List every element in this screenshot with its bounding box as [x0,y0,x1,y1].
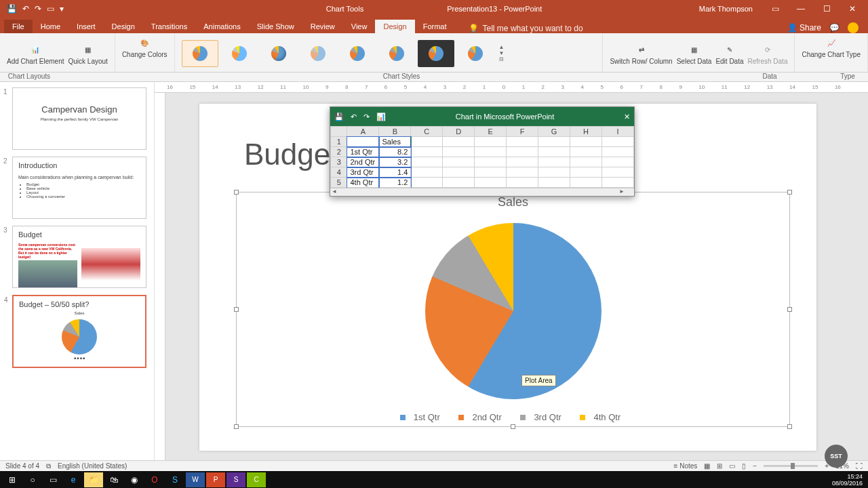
qat-more-icon[interactable]: ▾ [60,4,64,14]
slide-thumbnail-2[interactable]: 2 Introduction Main considerations when … [12,157,146,219]
change-chart-type-button[interactable]: 📈Change Chart Type [802,36,861,58]
tab-view[interactable]: View [343,20,376,33]
slide-thumbnail-3[interactable]: 3 Budget Some campervan conversions cost… [12,226,146,288]
tab-transitions[interactable]: Transitions [143,20,195,33]
tab-insert[interactable]: Insert [68,20,104,33]
ds-undo-icon[interactable]: ↶ [351,113,357,121]
feedback-icon[interactable] [848,22,859,33]
chart-style-8[interactable] [457,40,494,67]
zoom-slider[interactable] [764,465,818,467]
word-icon[interactable]: W [186,472,205,487]
notes-button[interactable]: ≡ Notes [674,462,698,470]
ribbon-options-icon[interactable]: ▭ [765,4,785,14]
store-icon[interactable]: 🛍 [104,472,123,487]
slide-thumbnail-4[interactable]: 4 Budget – 50/50 split? Sales ■ ■ ■ ■ [12,295,146,368]
start-button[interactable]: ⊞ [3,472,22,487]
task-view-icon[interactable]: ▭ [43,472,62,487]
app-icon-s[interactable]: S [226,472,245,487]
gallery-down-icon[interactable]: ▼ [499,50,505,56]
powerpoint-icon[interactable]: P [206,472,225,487]
slideshow-icon[interactable]: ▭ [47,4,54,14]
tab-design-main[interactable]: Design [104,20,143,33]
comments-icon[interactable]: 💬 [829,23,840,33]
watermark-sst: SST [825,445,848,468]
status-bar: Slide 4 of 4 ⧉ English (United States) ≡… [0,460,868,471]
group-label-data: Data [712,73,827,81]
change-colors-button[interactable]: 🎨Change Colors [122,36,167,58]
slide-thumbnails-panel: 1 Campervan Design Planning the perfect … [0,82,155,461]
view-reading-icon[interactable]: ▭ [729,462,735,470]
ds-redo-icon[interactable]: ↷ [363,113,370,121]
zoom-out-icon[interactable]: − [753,462,757,470]
switch-row-column-button[interactable]: ⇄Switch Row/ Column [610,43,672,65]
ds-chart-icon[interactable]: 📊 [376,113,386,121]
chart-legend[interactable]: 1st Qtr 2nd Qtr 3rd Qtr 4th Qtr [237,412,789,422]
minimize-button[interactable]: — [791,4,811,14]
group-label-styles: Chart Styles [91,73,712,81]
chart-style-6[interactable] [378,40,415,67]
group-label-type: Type [827,73,868,81]
share-button[interactable]: 👤 Share [787,23,821,33]
user-name[interactable]: Mark Thompson [699,5,753,13]
tab-chart-format[interactable]: Format [415,20,455,33]
app-icon-c[interactable]: C [247,472,266,487]
ds-close-icon[interactable]: ✕ [624,113,630,121]
group-label-layouts: Chart Layouts [0,73,58,81]
ds-window-title: Chart in Microsoft PowerPoint [393,113,617,121]
gallery-more-icon[interactable]: ⊟ [499,56,505,62]
chart-styles-gallery[interactable]: ▲ ▼ ⊟ [182,40,505,67]
tab-review[interactable]: Review [302,20,343,33]
chrome-icon[interactable]: ◉ [125,472,144,487]
cortana-icon[interactable]: ○ [23,472,42,487]
status-language[interactable]: English (United States) [58,462,127,470]
edge-icon[interactable]: e [64,472,83,487]
edit-data-button[interactable]: ✎Edit Data [715,43,743,65]
tab-chart-design[interactable]: Design [375,20,414,33]
file-explorer-icon[interactable]: 📁 [84,472,103,487]
fit-window-icon[interactable]: ⛶ [856,462,863,470]
chart-title[interactable]: Sales [237,195,789,209]
select-data-button[interactable]: ▦Select Data [677,43,712,65]
redo-icon[interactable]: ↷ [35,4,41,14]
skype-icon[interactable]: S [165,472,184,487]
pie-chart-plot[interactable] [425,223,601,399]
chart-style-5[interactable] [339,40,376,67]
view-normal-icon[interactable]: ▦ [704,462,710,470]
slide-canvas[interactable]: Budget – 50/50 split? Sales 1st Qtr 2nd … [199,104,816,451]
tab-home[interactable]: Home [33,20,68,33]
quick-layout-button[interactable]: ▦Quick Layout [68,43,108,65]
tell-me-search[interactable]: 💡 Tell me what you want to do [469,24,583,33]
horizontal-ruler: 1615141312111098765432101234567891011121… [155,82,868,93]
lightbulb-icon: 💡 [469,24,479,33]
chart-style-4[interactable] [300,40,336,67]
ribbon-content: 📊Add Chart Element ▦Quick Layout 🎨Change… [0,33,868,73]
tooltip-plot-area: Plot Area [521,375,556,386]
chart-style-2[interactable] [221,40,258,67]
opera-icon[interactable]: O [145,472,164,487]
chart-style-1[interactable] [182,40,218,67]
save-icon[interactable]: 💾 [7,4,17,14]
chart-data-window[interactable]: 💾 ↶ ↷ 📊 Chart in Microsoft PowerPoint ✕ … [330,106,635,197]
ds-grid[interactable]: ABCDEFGHI1Sales21st Qtr8.232nd Qtr3.243r… [330,126,634,188]
add-chart-element-button[interactable]: 📊Add Chart Element [7,43,64,65]
ds-scrollbar[interactable] [330,188,634,196]
chart-object[interactable]: Sales 1st Qtr 2nd Qtr 3rd Qtr 4th Qtr [236,192,790,427]
tab-file[interactable]: File [4,20,33,33]
undo-icon[interactable]: ↶ [22,4,29,14]
status-slide-number[interactable]: Slide 4 of 4 [5,462,39,470]
maximize-button[interactable]: ☐ [816,4,837,14]
chart-style-3[interactable] [260,40,297,67]
refresh-data-button[interactable]: ⟳Refresh Data [748,43,788,65]
chart-style-7[interactable] [418,40,454,67]
chart-tools-label: Chart Tools [326,5,363,13]
close-button[interactable]: ✕ [842,4,863,14]
tab-slideshow[interactable]: Slide Show [249,20,302,33]
ds-save-icon[interactable]: 💾 [334,113,344,121]
view-slideshow-icon[interactable]: ▯ [742,462,746,470]
slide-thumbnail-1[interactable]: 1 Campervan Design Planning the perfect … [12,87,146,150]
gallery-up-icon[interactable]: ▲ [499,44,505,50]
tab-animations[interactable]: Animations [195,20,248,33]
view-sorter-icon[interactable]: ⊞ [717,462,722,470]
taskbar-clock[interactable]: 15:2408/09/2016 [832,473,868,487]
vertical-ruler [155,93,165,461]
